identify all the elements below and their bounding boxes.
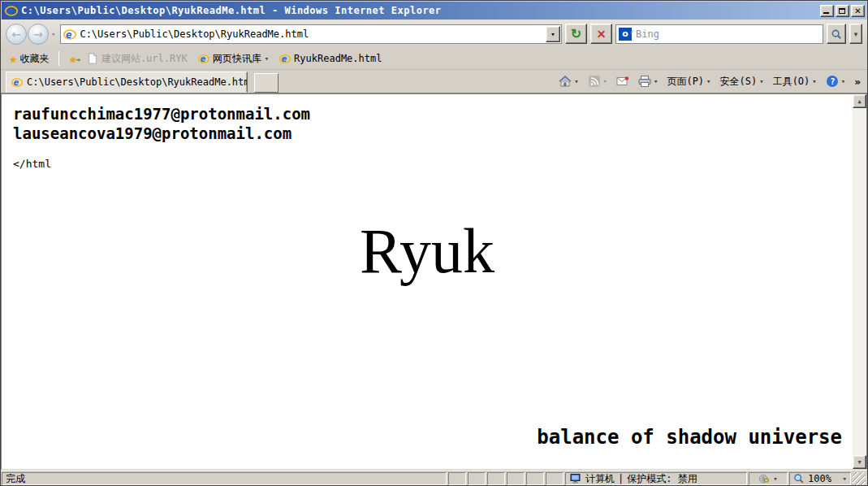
scroll-down-button[interactable]: ▼ bbox=[853, 455, 866, 469]
favorite-item-label: 建议网站.url.RYK bbox=[101, 52, 188, 66]
page-favicon-icon: e bbox=[63, 28, 76, 41]
chevron-down-icon: ▾ bbox=[759, 77, 763, 85]
safety-menu-label: 安全(S) bbox=[720, 75, 758, 89]
resize-grip[interactable] bbox=[853, 472, 866, 485]
browser-window: e C:\Users\Public\Desktop\RyukReadMe.htm… bbox=[0, 0, 868, 486]
contact-emails: raufuncchimac1977@protonmail.com lausean… bbox=[13, 104, 310, 143]
stop-button[interactable]: ✕ bbox=[590, 24, 612, 44]
scroll-up-icon: ▲ bbox=[857, 98, 861, 105]
chevron-down-icon: ▾ bbox=[841, 77, 845, 85]
chevron-down-icon: ▾ bbox=[265, 54, 269, 63]
chevron-down-icon: ▾ bbox=[812, 77, 816, 85]
minimize-button[interactable] bbox=[820, 5, 834, 17]
active-tab[interactable]: e C:\Users\Public\Desktop\RyukReadMe.htm… bbox=[6, 72, 248, 93]
help-icon: ? bbox=[826, 75, 839, 88]
svg-text:?: ? bbox=[830, 76, 835, 86]
add-to-favorites-bar-button[interactable]: ★➜ bbox=[67, 51, 78, 66]
read-mail-button[interactable] bbox=[613, 73, 633, 89]
tools-menu-label: 工具(O) bbox=[773, 75, 810, 89]
search-box: o ✓ bbox=[615, 24, 823, 44]
stop-icon: ✕ bbox=[597, 28, 607, 41]
recent-pages-dropdown[interactable]: ▾ bbox=[50, 30, 57, 38]
ie-logo-icon: e bbox=[5, 4, 18, 17]
svg-text:e: e bbox=[14, 77, 19, 88]
toolbar-overflow-button[interactable]: » bbox=[851, 76, 864, 88]
ie-favicon-icon: e bbox=[279, 53, 291, 64]
print-button[interactable]: ▾ bbox=[635, 73, 661, 89]
page-title: Ryuk bbox=[2, 216, 853, 286]
search-button[interactable] bbox=[827, 24, 846, 44]
safety-menu-button[interactable]: 安全(S) ▾ bbox=[717, 73, 767, 90]
search-options-dropdown[interactable]: ▾ bbox=[849, 24, 862, 44]
protected-mode-label: 保护模式: 禁用 bbox=[627, 472, 697, 485]
security-zone-pane: 计算机 | 保护模式: 禁用 bbox=[565, 472, 747, 485]
ie-favicon-icon: e bbox=[198, 53, 209, 64]
chevron-down-icon: ▾ bbox=[654, 77, 658, 85]
page-content: raufuncchimac1977@protonmail.com lausean… bbox=[1, 93, 867, 470]
chevron-down-icon: ▾ bbox=[843, 475, 847, 483]
page-menu-label: 页面(P) bbox=[667, 75, 704, 89]
page-tagline: balance of shadow universe bbox=[537, 426, 842, 449]
svg-text:e: e bbox=[7, 5, 14, 17]
status-text: 完成 bbox=[6, 472, 25, 485]
home-button[interactable]: ▾ bbox=[555, 73, 581, 89]
chevron-down-icon: ▾ bbox=[551, 30, 555, 38]
chevron-down-icon: ▾ bbox=[574, 77, 578, 85]
maximize-button[interactable] bbox=[836, 5, 849, 17]
chevron-down-icon: ▾ bbox=[854, 30, 858, 38]
favorites-button[interactable]: ★ 收藏夹 bbox=[7, 50, 51, 67]
search-input[interactable] bbox=[636, 28, 823, 40]
feeds-button[interactable]: ▾ bbox=[585, 73, 611, 89]
tab-favicon-icon: e bbox=[11, 76, 23, 88]
close-button[interactable]: ✕ bbox=[851, 5, 865, 17]
favorite-item-ryukreadme[interactable]: e RyukReadMe.html bbox=[277, 51, 384, 66]
chevron-down-icon: ▾ bbox=[706, 77, 710, 85]
zone-separator: | bbox=[618, 473, 624, 484]
bing-check-glyph: ✓ bbox=[629, 28, 635, 36]
search-icon bbox=[831, 28, 842, 40]
privacy-report-button[interactable]: ▾ bbox=[749, 472, 788, 485]
address-dropdown-button[interactable]: ▾ bbox=[546, 26, 560, 42]
security-globe-lock-icon bbox=[758, 473, 770, 484]
forward-button[interactable]: → bbox=[28, 24, 49, 45]
new-tab-button[interactable] bbox=[254, 73, 279, 93]
home-icon bbox=[559, 75, 572, 88]
svg-text:e: e bbox=[200, 54, 205, 64]
status-message-pane: 完成 bbox=[2, 472, 447, 485]
mail-icon bbox=[616, 75, 629, 88]
vertical-scrollbar[interactable]: ▲ ▼ bbox=[853, 94, 866, 469]
zoom-magnifier-icon bbox=[793, 473, 805, 484]
status-pane bbox=[526, 472, 544, 485]
divider bbox=[58, 51, 59, 66]
favorite-item-web-slice-gallery[interactable]: e 网页快讯库 ▾ bbox=[196, 50, 271, 67]
status-bar: 完成 计算机 | 保护模式: 禁用 bbox=[1, 470, 867, 486]
address-input[interactable] bbox=[80, 26, 542, 42]
add-favorite-icon: ★➜ bbox=[69, 53, 76, 64]
refresh-icon: ↻ bbox=[571, 26, 581, 41]
help-button[interactable]: ? ▾ bbox=[823, 73, 849, 89]
tab-bar: e C:\Users\Public\Desktop\RyukReadMe.htm… bbox=[1, 70, 867, 93]
window-controls: ✕ bbox=[820, 5, 865, 17]
status-pane bbox=[448, 472, 466, 485]
close-icon: ✕ bbox=[852, 6, 864, 16]
computer-icon bbox=[569, 472, 582, 485]
tools-menu-button[interactable]: 工具(O) ▾ bbox=[770, 73, 820, 90]
scroll-up-button[interactable]: ▲ bbox=[853, 94, 866, 108]
chevron-down-icon: ▾ bbox=[603, 77, 607, 85]
tab-title: C:\Users\Public\Desktop\RyukReadMe.html bbox=[27, 76, 248, 88]
bing-logo-icon: o ✓ bbox=[619, 28, 632, 41]
favorite-item-label: 网页快讯库 bbox=[213, 52, 261, 66]
back-icon: ← bbox=[11, 28, 21, 41]
bing-o-glyph: o bbox=[622, 28, 628, 39]
status-pane bbox=[468, 472, 486, 485]
zoom-control[interactable]: 100% ▾ bbox=[789, 472, 851, 485]
page-menu-button[interactable]: 页面(P) ▾ bbox=[663, 73, 714, 90]
navigation-buttons: ← → ▾ bbox=[6, 24, 57, 45]
favorite-item-suggested-sites[interactable]: 建议网站.url.RYK bbox=[84, 50, 190, 67]
svg-text:e: e bbox=[66, 28, 72, 40]
scroll-down-icon: ▼ bbox=[857, 459, 861, 466]
window-title: C:\Users\Public\Desktop\RyukReadMe.html … bbox=[21, 5, 817, 16]
forward-icon: → bbox=[33, 28, 43, 41]
back-button[interactable]: ← bbox=[6, 24, 27, 45]
refresh-button[interactable]: ↻ bbox=[565, 24, 587, 44]
